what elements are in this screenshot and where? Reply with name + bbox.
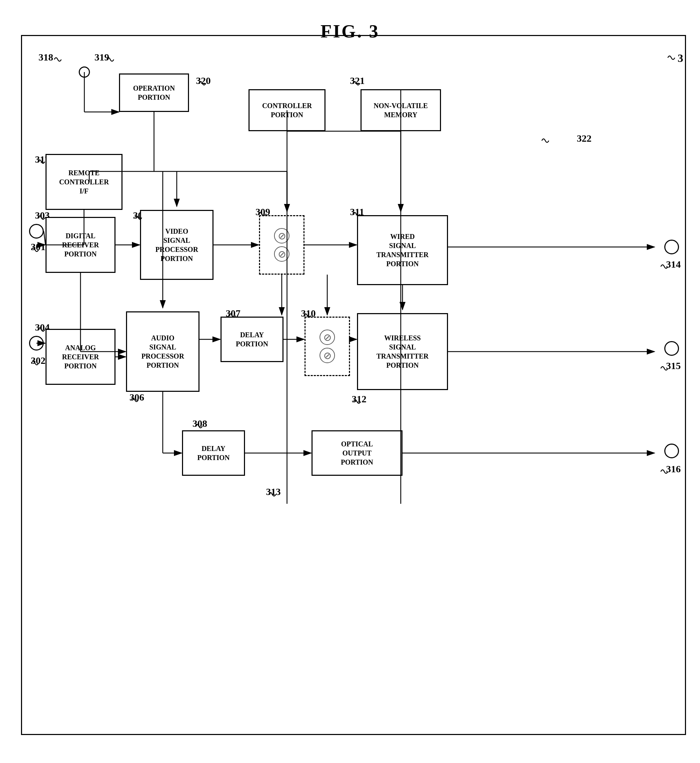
slash-icon-1: ⊘ bbox=[274, 228, 289, 243]
block-remote-controller-if: REMOTE CONTROLLER I/F bbox=[45, 154, 122, 210]
block-non-volatile-memory: NON-VOLATILE MEMORY bbox=[361, 89, 441, 131]
slash-icon-2: ⊘ bbox=[274, 246, 289, 262]
connector-301-outer bbox=[29, 224, 44, 239]
connector-314 bbox=[664, 240, 679, 254]
ref-3: 3 bbox=[678, 52, 683, 65]
ref-322: 322 bbox=[577, 133, 592, 144]
connector-318 bbox=[79, 67, 90, 78]
ref-312: 312 bbox=[352, 393, 366, 405]
ref-302: 302 bbox=[31, 355, 45, 366]
ref-313: 313 bbox=[266, 486, 281, 498]
block-wired-signal-transmitter: WIRED SIGNAL TRANSMITTER PORTION bbox=[357, 215, 448, 285]
dashed-box-309: ⊘ ⊘ bbox=[259, 215, 305, 275]
slash-icon-4: ⊘ bbox=[320, 348, 335, 363]
ref-314: 314 bbox=[666, 259, 681, 270]
ref-316: 316 bbox=[666, 463, 681, 475]
slash-icon-3: ⊘ bbox=[320, 329, 335, 345]
block-delay-308: DELAY PORTION bbox=[182, 430, 245, 476]
ref-306: 306 bbox=[130, 392, 144, 403]
connector-315 bbox=[664, 341, 679, 356]
block-delay-307: DELAY PORTION bbox=[220, 317, 283, 362]
block-audio-signal-processor: AUDIO SIGNAL PROCESSOR PORTION bbox=[126, 311, 200, 392]
ref-321: 321 bbox=[350, 75, 365, 86]
ref-320: 320 bbox=[196, 75, 211, 86]
connector-302-outer bbox=[29, 336, 44, 351]
ref-301: 301 bbox=[31, 241, 45, 253]
block-optical-output: OPTICAL OUTPUT PORTION bbox=[311, 430, 403, 476]
block-video-signal-processor: VIDEO SIGNAL PROCESSOR PORTION bbox=[140, 210, 214, 280]
block-controller-portion: CONTROLLER PORTION bbox=[248, 89, 325, 131]
ref-318: 318 bbox=[39, 52, 53, 63]
block-digital-receiver: DIGITAL RECEIVER PORTION bbox=[45, 217, 116, 273]
ref-319: 319 bbox=[94, 52, 109, 63]
dashed-box-310: ⊘ ⊘ bbox=[305, 317, 350, 376]
connector-316 bbox=[664, 443, 679, 458]
ref-315: 315 bbox=[666, 360, 681, 371]
block-wireless-signal-transmitter: WIRELESS SIGNAL TRANSMITTER PORTION bbox=[357, 313, 448, 390]
block-analog-receiver: ANALOG RECEIVER PORTION bbox=[45, 329, 116, 385]
ref-308: 308 bbox=[192, 418, 207, 429]
block-operation-portion: OPERATION PORTION bbox=[119, 73, 189, 112]
